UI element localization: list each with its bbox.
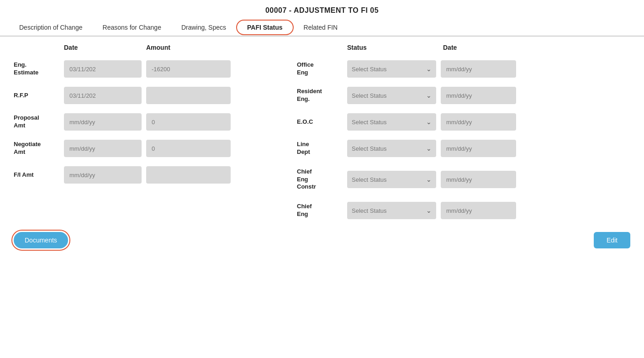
row-eoc: E.O.C Select Status ⌄	[297, 109, 630, 135]
documents-button[interactable]: Documents	[14, 232, 68, 248]
row-office-eng: OfficeEng Select Status ⌄	[297, 56, 630, 82]
amount-eng-estimate[interactable]	[146, 60, 231, 78]
label-eoc: E.O.C	[297, 118, 347, 126]
label-chief-eng-constr: ChiefEngConstr	[297, 168, 347, 191]
date-negotiate-amt[interactable]	[64, 140, 142, 157]
label-eng-estimate: Eng.Estimate	[14, 61, 64, 77]
chevron-down-icon: ⌄	[426, 176, 432, 183]
main-content: Eng.Estimate R.F.P ProposalAmt	[0, 51, 644, 224]
select-eoc[interactable]: Select Status ⌄	[347, 113, 436, 131]
header-amount: Amount	[146, 37, 238, 51]
label-line-dept: LineDept	[297, 141, 347, 156]
row-rfp: R.F.P	[14, 82, 297, 109]
page-title: 00007 - ADJUSTMENT TO FI 05	[0, 0, 644, 19]
date-resident-eng[interactable]	[441, 87, 516, 104]
select-office-eng[interactable]: Select Status ⌄	[347, 60, 436, 78]
row-resident-eng: ResidentEng. Select Status ⌄	[297, 82, 630, 109]
chevron-down-icon: ⌄	[426, 207, 432, 214]
row-line-dept: LineDept Select Status ⌄	[297, 135, 630, 162]
label-resident-eng: ResidentEng.	[297, 88, 347, 103]
column-headers: Date Amount Status Date	[0, 37, 644, 51]
date-chief-eng[interactable]	[441, 202, 516, 219]
row-eng-estimate: Eng.Estimate	[14, 56, 297, 82]
amount-proposal-amt[interactable]	[146, 113, 231, 131]
row-proposal-amt: ProposalAmt	[14, 109, 297, 135]
tab-related[interactable]: Related FIN	[294, 19, 348, 36]
chevron-down-icon: ⌄	[426, 145, 432, 152]
row-chief-eng: ChiefEng Select Status ⌄	[297, 197, 630, 224]
tab-bar: Description of Change Reasons for Change…	[0, 19, 644, 37]
select-chief-eng-constr[interactable]: Select Status ⌄	[347, 171, 436, 188]
header-date2: Date	[443, 37, 457, 51]
label-proposal-amt: ProposalAmt	[14, 114, 64, 130]
label-chief-eng: ChiefEng	[297, 203, 347, 218]
tab-reasons[interactable]: Reasons for Change	[93, 19, 171, 36]
date-eng-estimate[interactable]	[64, 60, 142, 78]
label-negotiate-amt: NegotiateAmt	[14, 141, 64, 156]
date-line-dept[interactable]	[441, 140, 516, 157]
date-fi-amt[interactable]	[64, 166, 142, 184]
amount-fi-amt-empty	[146, 166, 231, 184]
select-chief-eng[interactable]: Select Status ⌄	[347, 202, 436, 219]
amount-negotiate-amt[interactable]	[146, 140, 231, 157]
row-negotiate-amt: NegotiateAmt	[14, 135, 297, 162]
header-status: Status	[347, 37, 443, 51]
label-fi-amt: F/I Amt	[14, 171, 64, 179]
header-date: Date	[64, 37, 146, 51]
tab-drawing[interactable]: Drawing, Specs	[171, 19, 236, 36]
amount-rfp-empty	[146, 87, 231, 104]
footer: Documents Edit	[0, 224, 644, 257]
row-fi-amt: F/I Amt	[14, 162, 297, 188]
label-rfp: R.F.P	[14, 92, 64, 100]
label-office-eng: OfficeEng	[297, 61, 347, 77]
date-proposal-amt[interactable]	[64, 113, 142, 131]
chevron-down-icon: ⌄	[426, 92, 432, 99]
select-line-dept[interactable]: Select Status ⌄	[347, 140, 436, 157]
left-section: Eng.Estimate R.F.P ProposalAmt	[14, 56, 297, 224]
date-office-eng[interactable]	[441, 60, 516, 78]
select-resident-eng[interactable]: Select Status ⌄	[347, 87, 436, 104]
tab-description[interactable]: Description of Change	[9, 19, 93, 36]
edit-button[interactable]: Edit	[594, 232, 630, 248]
right-section: OfficeEng Select Status ⌄ ResidentEng. S…	[297, 56, 630, 224]
chevron-down-icon: ⌄	[426, 65, 432, 73]
date-eoc[interactable]	[441, 113, 516, 131]
row-chief-eng-constr: ChiefEngConstr Select Status ⌄	[297, 162, 630, 197]
date-rfp[interactable]	[64, 87, 142, 104]
chevron-down-icon: ⌄	[426, 118, 432, 126]
date-chief-eng-constr[interactable]	[441, 171, 516, 188]
tab-pafi[interactable]: PAFI Status	[236, 20, 294, 35]
